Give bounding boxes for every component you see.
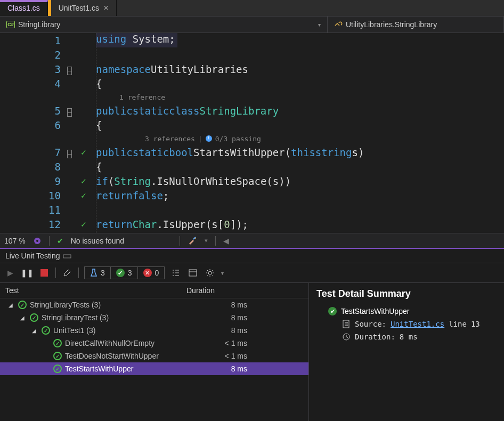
line-number[interactable]: 4 — [39, 78, 61, 90]
breadcrumb: C# StringLibrary ▾ UtilityLibraries.Stri… — [0, 16, 504, 33]
expand-toggle[interactable]: ◢ — [32, 328, 38, 334]
code-line[interactable] — [96, 47, 504, 62]
source-label: Source: — [355, 320, 386, 328]
svg-point-2 — [195, 238, 196, 239]
zoom-level[interactable]: 107 % — [4, 237, 26, 245]
test-row[interactable]: ✓TestStartsWithUpper8 ms — [0, 362, 308, 375]
csharp-icon: C# — [6, 21, 15, 28]
stop-button[interactable] — [38, 267, 50, 279]
chevron-down-icon[interactable]: ▾ — [221, 270, 224, 276]
line-number[interactable]: 11 — [39, 204, 61, 216]
test-row[interactable]: ◢✓UnitTest1 (3)8 ms — [0, 324, 308, 337]
list-view-button[interactable] — [170, 267, 182, 279]
issues-status[interactable]: No issues found — [71, 237, 124, 245]
code-lens[interactable]: 3 references | !0/3 passing — [96, 132, 504, 145]
code-line[interactable]: { — [96, 118, 504, 132]
code-line[interactable]: namespace UtilityLibraries — [96, 62, 504, 76]
gutter-line: 9✓ — [0, 174, 96, 188]
check-circle-icon: ✓ — [53, 365, 62, 373]
line-number[interactable]: 2 — [39, 49, 61, 61]
svg-rect-4 — [189, 270, 197, 276]
brush-icon[interactable] — [188, 236, 197, 246]
coverage-check-icon: ✓ — [81, 190, 91, 200]
code-line[interactable]: using System; — [96, 33, 177, 47]
check-circle-icon: ✔ — [328, 307, 337, 315]
code-line[interactable]: return Char.IsUpper(s[0]); — [96, 217, 504, 231]
gutter-line: 2 — [0, 47, 96, 62]
flask-icon — [90, 269, 97, 277]
failing-tests[interactable]: ✕ 0 — [138, 267, 165, 279]
chevron-down-icon[interactable]: ▾ — [205, 237, 208, 244]
code-line[interactable] — [96, 203, 504, 217]
line-number[interactable]: 7 — [39, 147, 61, 158]
code-lens[interactable]: 1 reference — [96, 91, 504, 103]
test-detail: Test Detail Summary ✔ TestStartsWithUppe… — [309, 283, 504, 421]
intellisense-icon[interactable] — [33, 237, 42, 245]
tab-class1[interactable]: Class1.cs — [0, 0, 48, 16]
pin-icon[interactable] — [63, 253, 71, 258]
svg-point-6 — [208, 271, 212, 274]
expand-toggle[interactable]: ◢ — [9, 302, 15, 308]
test-row[interactable]: ◢✓StringLibraryTest (3)8 ms — [0, 311, 308, 324]
test-tree: Test Duration ◢✓StringLibraryTests (3)8 … — [0, 283, 309, 421]
code-line[interactable]: public static bool StartsWithUpper(this … — [96, 145, 504, 159]
source-line-label: line — [449, 320, 467, 328]
line-number[interactable]: 5 — [39, 105, 61, 117]
pause-button[interactable]: ❚❚ — [21, 267, 33, 279]
fold-toggle[interactable]: − — [67, 67, 72, 75]
code-editor[interactable]: 123−45−67−✓89✓10✓1112✓ using System;name… — [0, 33, 504, 233]
close-icon[interactable]: ✕ — [103, 4, 109, 12]
panel-toolbar: ▶ ❚❚ 3 ✔ 3 ✕ 0 — [0, 263, 504, 283]
line-number[interactable]: 12 — [39, 218, 61, 230]
expand-toggle[interactable]: ◢ — [20, 315, 27, 321]
line-number[interactable]: 8 — [39, 161, 61, 173]
line-number[interactable]: 10 — [39, 190, 61, 201]
code-line[interactable]: { — [96, 76, 504, 91]
test-name: StringLibraryTest (3) — [42, 313, 109, 322]
check-circle-icon: ✓ — [30, 313, 38, 322]
line-number[interactable]: 9 — [39, 175, 61, 187]
tab-unittest1[interactable]: UnitTest1.cs ✕ — [51, 0, 117, 16]
x-circle-icon: ✕ — [143, 269, 152, 277]
check-circle-icon: ✔ — [116, 269, 125, 277]
fold-toggle[interactable]: − — [67, 150, 72, 158]
tab-label: UnitTest1.cs — [59, 4, 99, 12]
test-row[interactable]: ◢✓StringLibraryTests (3)8 ms — [0, 298, 308, 311]
breadcrumb-project[interactable]: C# StringLibrary ▾ — [0, 17, 328, 33]
fold-toggle[interactable]: − — [67, 108, 72, 117]
column-test[interactable]: Test — [5, 286, 186, 295]
test-name: TestStartsWithUpper — [65, 365, 133, 373]
line-number[interactable]: 3 — [39, 63, 61, 75]
code-line[interactable]: if (String.IsNullOrWhiteSpace(s)) — [96, 174, 504, 188]
edit-button[interactable] — [61, 267, 73, 279]
breadcrumb-class[interactable]: UtilityLibraries.StringLibrary — [328, 17, 504, 33]
code-line[interactable]: { — [96, 159, 504, 174]
test-duration: 8 ms — [183, 326, 247, 335]
arrow-left-icon[interactable]: ◀ — [223, 237, 229, 245]
chevron-down-icon: ▾ — [318, 22, 321, 28]
duration-value: 8 ms — [400, 333, 418, 341]
test-duration: 8 ms — [183, 365, 247, 373]
test-row[interactable]: ✓DirectCallWithNullOrEmpty< 1 ms — [0, 337, 308, 350]
tab-strip: Class1.cs UnitTest1.cs ✕ — [0, 0, 504, 16]
passing-tests[interactable]: ✔ 3 — [111, 267, 138, 279]
source-file-link[interactable]: UnitTest1.cs — [391, 320, 444, 328]
layout-button[interactable] — [187, 267, 199, 279]
line-number[interactable]: 6 — [39, 119, 61, 131]
panel-title-bar[interactable]: Live Unit Testing — [0, 249, 504, 263]
column-duration[interactable]: Duration — [186, 286, 215, 295]
gutter-line: 1 — [0, 33, 96, 47]
play-button[interactable]: ▶ — [4, 267, 16, 279]
test-tree-header: Test Duration — [0, 283, 308, 298]
settings-button[interactable] — [204, 267, 216, 279]
test-row[interactable]: ✓TestDoesNotStartWithUpper< 1 ms — [0, 350, 308, 362]
gutter-line: 7−✓ — [0, 145, 96, 159]
test-name: TestDoesNotStartWithUpper — [65, 352, 159, 360]
tab-label: Class1.cs — [7, 4, 40, 12]
editor-code[interactable]: using System;namespace UtilityLibraries{… — [96, 33, 504, 233]
total-tests[interactable]: 3 — [85, 267, 111, 279]
breadcrumb-label: UtilityLibraries.StringLibrary — [346, 20, 437, 29]
line-number[interactable]: 1 — [39, 35, 61, 46]
code-line[interactable]: public static class StringLibrary — [96, 103, 504, 118]
code-line[interactable]: return false; — [96, 188, 504, 203]
